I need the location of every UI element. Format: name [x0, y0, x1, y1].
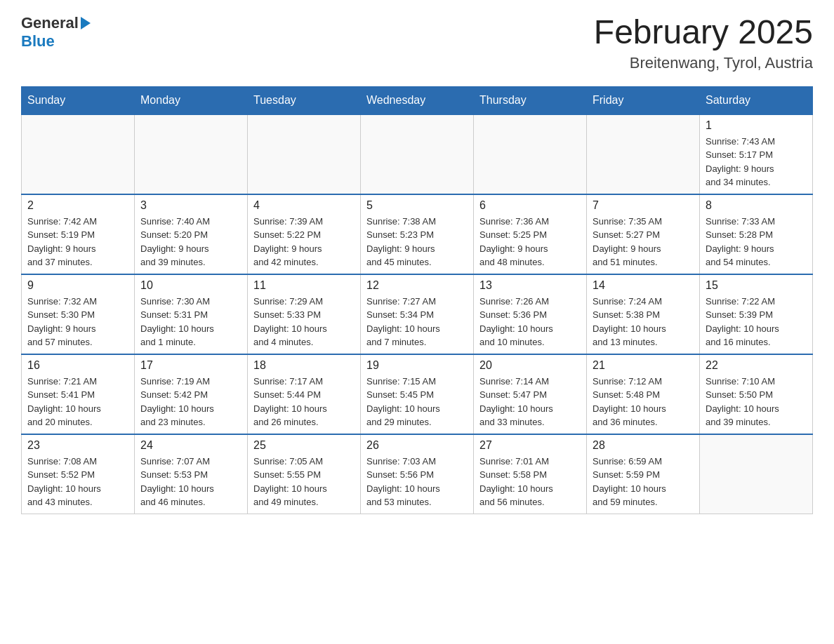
day-info: Sunrise: 7:39 AM Sunset: 5:22 PM Dayligh… — [253, 215, 355, 269]
calendar-title: February 2025 — [594, 14, 813, 51]
day-number: 25 — [253, 439, 355, 452]
day-info: Sunrise: 7:15 AM Sunset: 5:45 PM Dayligh… — [366, 375, 468, 429]
calendar-day-cell: 26Sunrise: 7:03 AM Sunset: 5:56 PM Dayli… — [361, 434, 474, 514]
day-info: Sunrise: 7:35 AM Sunset: 5:27 PM Dayligh… — [593, 215, 694, 269]
day-info: Sunrise: 7:24 AM Sunset: 5:38 PM Dayligh… — [593, 295, 694, 349]
day-number: 18 — [253, 359, 355, 372]
day-number: 13 — [479, 279, 581, 292]
day-number: 19 — [366, 359, 468, 372]
day-number: 4 — [253, 199, 355, 212]
calendar-day-cell: 21Sunrise: 7:12 AM Sunset: 5:48 PM Dayli… — [587, 354, 700, 434]
calendar-day-cell: 12Sunrise: 7:27 AM Sunset: 5:34 PM Dayli… — [361, 274, 474, 354]
calendar-week-row: 2Sunrise: 7:42 AM Sunset: 5:19 PM Daylig… — [22, 194, 813, 274]
logo-blue-text: Blue — [21, 32, 55, 51]
calendar-empty-cell — [22, 114, 135, 194]
calendar-table: SundayMondayTuesdayWednesdayThursdayFrid… — [21, 86, 813, 514]
logo-general-text: General — [21, 14, 79, 32]
calendar-weekday-header: Sunday — [22, 86, 135, 114]
calendar-subtitle: Breitenwang, Tyrol, Austria — [594, 54, 813, 72]
calendar-day-cell: 1Sunrise: 7:43 AM Sunset: 5:17 PM Daylig… — [700, 114, 813, 194]
calendar-empty-cell — [248, 114, 361, 194]
calendar-day-cell: 24Sunrise: 7:07 AM Sunset: 5:53 PM Dayli… — [135, 434, 248, 514]
day-info: Sunrise: 7:12 AM Sunset: 5:48 PM Dayligh… — [593, 375, 694, 429]
calendar-day-cell: 15Sunrise: 7:22 AM Sunset: 5:39 PM Dayli… — [700, 274, 813, 354]
calendar-day-cell: 5Sunrise: 7:38 AM Sunset: 5:23 PM Daylig… — [361, 194, 474, 274]
day-info: Sunrise: 7:42 AM Sunset: 5:19 PM Dayligh… — [27, 215, 128, 269]
calendar-day-cell: 16Sunrise: 7:21 AM Sunset: 5:41 PM Dayli… — [22, 354, 135, 434]
day-number: 17 — [140, 359, 241, 372]
calendar-day-cell: 9Sunrise: 7:32 AM Sunset: 5:30 PM Daylig… — [22, 274, 135, 354]
day-info: Sunrise: 7:07 AM Sunset: 5:53 PM Dayligh… — [140, 455, 241, 509]
day-number: 11 — [253, 279, 355, 292]
day-info: Sunrise: 7:19 AM Sunset: 5:42 PM Dayligh… — [140, 375, 241, 429]
calendar-empty-cell — [700, 434, 813, 514]
calendar-day-cell: 20Sunrise: 7:14 AM Sunset: 5:47 PM Dayli… — [474, 354, 587, 434]
calendar-day-cell: 27Sunrise: 7:01 AM Sunset: 5:58 PM Dayli… — [474, 434, 587, 514]
calendar-day-cell: 22Sunrise: 7:10 AM Sunset: 5:50 PM Dayli… — [700, 354, 813, 434]
day-info: Sunrise: 7:26 AM Sunset: 5:36 PM Dayligh… — [479, 295, 581, 349]
calendar-day-cell: 4Sunrise: 7:39 AM Sunset: 5:22 PM Daylig… — [248, 194, 361, 274]
calendar-week-row: 9Sunrise: 7:32 AM Sunset: 5:30 PM Daylig… — [22, 274, 813, 354]
calendar-day-cell: 18Sunrise: 7:17 AM Sunset: 5:44 PM Dayli… — [248, 354, 361, 434]
calendar-day-cell: 7Sunrise: 7:35 AM Sunset: 5:27 PM Daylig… — [587, 194, 700, 274]
day-number: 7 — [593, 199, 694, 212]
day-number: 9 — [27, 279, 128, 292]
day-info: Sunrise: 7:36 AM Sunset: 5:25 PM Dayligh… — [479, 215, 581, 269]
calendar-day-cell: 25Sunrise: 7:05 AM Sunset: 5:55 PM Dayli… — [248, 434, 361, 514]
calendar-week-row: 23Sunrise: 7:08 AM Sunset: 5:52 PM Dayli… — [22, 434, 813, 514]
calendar-weekday-header: Wednesday — [361, 86, 474, 114]
calendar-week-row: 1Sunrise: 7:43 AM Sunset: 5:17 PM Daylig… — [22, 114, 813, 194]
calendar-weekday-header: Saturday — [700, 86, 813, 114]
calendar-empty-cell — [135, 114, 248, 194]
calendar-day-cell: 2Sunrise: 7:42 AM Sunset: 5:19 PM Daylig… — [22, 194, 135, 274]
calendar-day-cell: 19Sunrise: 7:15 AM Sunset: 5:45 PM Dayli… — [361, 354, 474, 434]
day-number: 23 — [27, 439, 128, 452]
day-number: 15 — [706, 279, 807, 292]
logo: General Blue — [21, 14, 91, 51]
day-number: 1 — [706, 119, 807, 132]
day-info: Sunrise: 7:10 AM Sunset: 5:50 PM Dayligh… — [706, 375, 807, 429]
day-number: 5 — [366, 199, 468, 212]
day-number: 14 — [593, 279, 694, 292]
day-number: 20 — [479, 359, 581, 372]
calendar-day-cell: 6Sunrise: 7:36 AM Sunset: 5:25 PM Daylig… — [474, 194, 587, 274]
day-info: Sunrise: 7:01 AM Sunset: 5:58 PM Dayligh… — [479, 455, 581, 509]
calendar-header-row: SundayMondayTuesdayWednesdayThursdayFrid… — [22, 86, 813, 114]
day-number: 24 — [140, 439, 241, 452]
day-info: Sunrise: 7:33 AM Sunset: 5:28 PM Dayligh… — [706, 215, 807, 269]
day-number: 26 — [366, 439, 468, 452]
day-number: 27 — [479, 439, 581, 452]
day-info: Sunrise: 7:32 AM Sunset: 5:30 PM Dayligh… — [27, 295, 128, 349]
day-info: Sunrise: 7:05 AM Sunset: 5:55 PM Dayligh… — [253, 455, 355, 509]
day-info: Sunrise: 7:08 AM Sunset: 5:52 PM Dayligh… — [27, 455, 128, 509]
calendar-day-cell: 13Sunrise: 7:26 AM Sunset: 5:36 PM Dayli… — [474, 274, 587, 354]
day-number: 2 — [27, 199, 128, 212]
calendar-empty-cell — [474, 114, 587, 194]
day-info: Sunrise: 6:59 AM Sunset: 5:59 PM Dayligh… — [593, 455, 694, 509]
day-info: Sunrise: 7:03 AM Sunset: 5:56 PM Dayligh… — [366, 455, 468, 509]
day-info: Sunrise: 7:38 AM Sunset: 5:23 PM Dayligh… — [366, 215, 468, 269]
day-info: Sunrise: 7:43 AM Sunset: 5:17 PM Dayligh… — [706, 135, 807, 189]
day-info: Sunrise: 7:21 AM Sunset: 5:41 PM Dayligh… — [27, 375, 128, 429]
day-info: Sunrise: 7:30 AM Sunset: 5:31 PM Dayligh… — [140, 295, 241, 349]
day-info: Sunrise: 7:14 AM Sunset: 5:47 PM Dayligh… — [479, 375, 581, 429]
calendar-weekday-header: Thursday — [474, 86, 587, 114]
calendar-day-cell: 23Sunrise: 7:08 AM Sunset: 5:52 PM Dayli… — [22, 434, 135, 514]
day-number: 28 — [593, 439, 694, 452]
page-header: General Blue February 2025 Breitenwang, … — [21, 14, 813, 72]
calendar-empty-cell — [361, 114, 474, 194]
day-info: Sunrise: 7:29 AM Sunset: 5:33 PM Dayligh… — [253, 295, 355, 349]
calendar-weekday-header: Monday — [135, 86, 248, 114]
day-info: Sunrise: 7:40 AM Sunset: 5:20 PM Dayligh… — [140, 215, 241, 269]
calendar-weekday-header: Tuesday — [248, 86, 361, 114]
day-number: 21 — [593, 359, 694, 372]
calendar-week-row: 16Sunrise: 7:21 AM Sunset: 5:41 PM Dayli… — [22, 354, 813, 434]
calendar-day-cell: 11Sunrise: 7:29 AM Sunset: 5:33 PM Dayli… — [248, 274, 361, 354]
logo-arrow-icon — [81, 17, 91, 29]
day-number: 22 — [706, 359, 807, 372]
calendar-day-cell: 10Sunrise: 7:30 AM Sunset: 5:31 PM Dayli… — [135, 274, 248, 354]
day-number: 10 — [140, 279, 241, 292]
day-number: 3 — [140, 199, 241, 212]
day-number: 16 — [27, 359, 128, 372]
calendar-day-cell: 17Sunrise: 7:19 AM Sunset: 5:42 PM Dayli… — [135, 354, 248, 434]
